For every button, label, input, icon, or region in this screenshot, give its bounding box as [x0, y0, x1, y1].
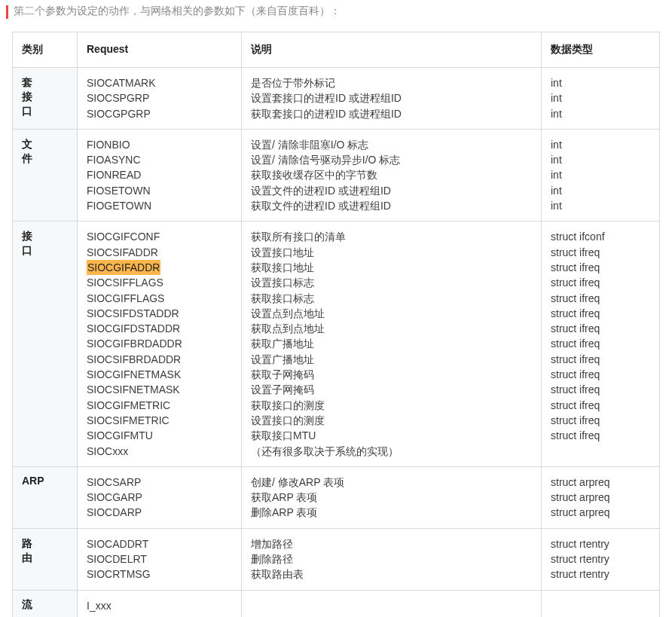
request-value: SIOCSIFMETRIC	[87, 413, 232, 428]
datatype-value: struct rtentry	[551, 536, 650, 551]
datatype-value: int	[551, 75, 650, 90]
request-value: SIOCGIFCONF	[87, 229, 232, 244]
description-cell: 是否位于带外标记设置套接口的进程ID 或进程组ID获取套接口的进程ID 或进程组…	[242, 68, 542, 130]
request-value: FIOSETOWN	[87, 183, 232, 198]
request-value: SIOCSIFBRDADDR	[87, 352, 232, 367]
datatype-value: int	[551, 198, 650, 213]
datatype-value: struct rtentry	[551, 567, 650, 582]
request-cell: SIOCATMARKSIOCSPGRPSIOCGPGRP	[78, 68, 242, 130]
description-value: 获取接口地址	[251, 260, 532, 275]
request-value: SIOCSIFNETMASK	[87, 382, 232, 397]
request-cell: SIOCGIFCONFSIOCSIFADDRSIOCGIFADDRSIOCSIF…	[78, 221, 242, 466]
intro-content: 第二个参数为设定的动作，与网络相关的参数如下（来自百度百科）：	[14, 5, 341, 17]
category-label: 接口	[22, 229, 68, 258]
request-value: SIOCxxx	[87, 444, 232, 459]
red-marker	[6, 5, 8, 19]
category-cell: 套接口	[13, 68, 78, 130]
description-value: 获取路由表	[251, 567, 532, 582]
category-label: 流	[22, 598, 32, 610]
request-value: SIOCADDRT	[87, 536, 232, 551]
request-value: SIOCGIFNETMASK	[87, 367, 232, 382]
description-value: 获取套接口的进程ID 或进程组ID	[251, 106, 532, 121]
category-label: ARP	[22, 475, 44, 487]
request-value: SIOCDELRT	[87, 551, 232, 567]
description-value: 设置接口地址	[251, 245, 532, 260]
category-cell: 流	[13, 590, 78, 617]
request-value: SIOCSIFADDR	[87, 245, 232, 260]
description-value: 获取广播地址	[251, 336, 532, 351]
request-value: SIOCDARP	[87, 505, 232, 520]
category-cell: ARP	[13, 466, 78, 528]
datatype-value: struct ifreq	[551, 291, 650, 306]
request-value: SIOCSPGRP	[87, 90, 232, 105]
description-value: 获取接口标志	[251, 291, 532, 306]
datatype-value: struct ifreq	[551, 306, 650, 321]
datatype-value: int	[551, 137, 650, 152]
datatype-value	[551, 444, 650, 459]
description-value: 设置文件的进程ID 或进程组ID	[251, 183, 532, 198]
datatype-value: struct rtentry	[551, 551, 650, 567]
header-description: 说明	[242, 32, 542, 68]
request-value: FIOGETOWN	[87, 198, 232, 213]
datatype-value: struct arpreq	[551, 490, 650, 505]
request-value: SIOCGARP	[87, 490, 232, 505]
datatype-value: struct ifreq	[551, 398, 650, 413]
description-value: 获取接收缓存区中的字节数	[251, 167, 532, 182]
description-value: 删除路径	[251, 551, 532, 567]
table-head: 类别 Request 说明 数据类型	[13, 32, 660, 68]
request-value: SIOCATMARK	[87, 75, 232, 90]
request-value: SIOCSIFDSTADDR	[87, 306, 232, 321]
description-value: 设置/ 清除非阻塞I/O 标志	[251, 137, 532, 152]
description-value: 获取接口MTU	[251, 428, 532, 443]
datatype-value: int	[551, 152, 650, 167]
header-request: Request	[78, 32, 242, 68]
description-cell: 设置/ 清除非阻塞I/O 标志设置/ 清除信号驱动异步I/O 标志获取接收缓存区…	[242, 129, 542, 221]
table-row: 接口SIOCGIFCONFSIOCSIFADDRSIOCGIFADDRSIOCS…	[13, 221, 660, 466]
description-value: 获取文件的进程ID 或进程组ID	[251, 198, 532, 213]
table-row: ARPSIOCSARPSIOCGARPSIOCDARP创建/ 修改ARP 表项获…	[13, 466, 660, 528]
datatype-value: struct arpreq	[551, 475, 650, 490]
datatype-value: int	[551, 90, 650, 105]
description-value: 设置广播地址	[251, 352, 532, 367]
request-value: FIONBIO	[87, 137, 232, 152]
table-row: 套接口SIOCATMARKSIOCSPGRPSIOCGPGRP是否位于带外标记设…	[13, 68, 660, 130]
request-value: SIOCSIFFLAGS	[87, 275, 232, 290]
description-cell: 增加路径删除路径获取路由表	[242, 528, 542, 590]
category-cell: 文件	[13, 129, 78, 221]
datatype-cell: struct rtentrystruct rtentrystruct rtent…	[542, 528, 660, 590]
datatype-value: struct ifreq	[551, 245, 650, 260]
description-cell: 创建/ 修改ARP 表项获取ARP 表项删除ARP 表项	[242, 466, 542, 528]
request-cell: FIONBIOFIOASYNCFIONREADFIOSETOWNFIOGETOW…	[78, 129, 242, 221]
datatype-cell: struct arpreqstruct arpreqstruct arpreq	[542, 466, 660, 528]
datatype-value: struct ifreq	[551, 428, 650, 443]
datatype-value: struct arpreq	[551, 505, 650, 520]
description-value: 设置接口标志	[251, 275, 532, 290]
header-category: 类别	[13, 32, 78, 68]
datatype-value: int	[551, 106, 650, 121]
datatype-value: struct ifreq	[551, 260, 650, 275]
table-row: 流I_xxx	[13, 590, 660, 617]
request-value: FIOASYNC	[87, 152, 232, 167]
description-value: 是否位于带外标记	[251, 75, 532, 90]
request-value: SIOCGIFMETRIC	[87, 398, 232, 413]
category-cell: 接口	[13, 221, 78, 466]
request-cell: SIOCSARPSIOCGARPSIOCDARP	[78, 466, 242, 528]
datatype-value	[551, 598, 650, 613]
description-value: 获取接口的测度	[251, 398, 532, 413]
category-label: 文件	[22, 137, 68, 166]
request-value: SIOCGIFMTU	[87, 428, 232, 443]
request-value: SIOCSARP	[87, 475, 232, 490]
datatype-value: struct ifreq	[551, 413, 650, 428]
intro-text: 第二个参数为设定的动作，与网络相关的参数如下（来自百度百科）：	[14, 5, 658, 18]
description-cell	[242, 590, 542, 617]
request-cell: SIOCADDRTSIOCDELRTSIOCRTMSG	[78, 528, 242, 590]
description-value: 删除ARP 表项	[251, 505, 532, 520]
request-value: SIOCGIFBRDADDR	[87, 336, 232, 351]
datatype-cell: intintintintint	[542, 129, 660, 221]
category-cell: 路由	[13, 528, 78, 590]
request-value: SIOCGIFDSTADDR	[87, 321, 232, 336]
request-value: FIONREAD	[87, 167, 232, 182]
request-value: SIOCRTMSG	[87, 567, 232, 582]
description-value	[251, 598, 532, 613]
description-value: 获取点到点地址	[251, 321, 532, 336]
